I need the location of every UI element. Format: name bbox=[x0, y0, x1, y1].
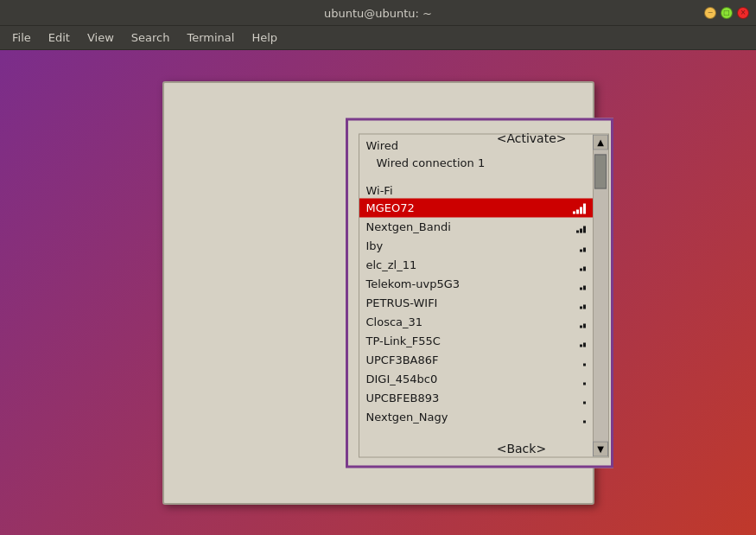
signal-strength-icon bbox=[580, 296, 586, 309]
signal-strength-icon bbox=[580, 334, 586, 347]
signal-strength-icon bbox=[583, 411, 586, 423]
title-bar: ubuntu@ubuntu: ~ − □ × bbox=[0, 0, 756, 26]
signal-strength-icon bbox=[580, 277, 586, 290]
menu-view[interactable]: View bbox=[80, 29, 121, 46]
scrollbar[interactable]: ▲ ▼ bbox=[593, 134, 608, 456]
signal-strength-icon bbox=[576, 220, 586, 232]
maximize-button[interactable]: □ bbox=[721, 7, 733, 19]
scroll-up-button[interactable]: ▲ bbox=[593, 134, 608, 150]
signal-strength-icon bbox=[583, 373, 586, 385]
side-buttons: <Activate> <Back> bbox=[497, 131, 567, 455]
back-button[interactable]: <Back> bbox=[497, 441, 567, 455]
signal-strength-icon bbox=[583, 353, 586, 366]
network-list-container: ▲ ▼ Wired Wired connection 1 Wi-Fi bbox=[359, 133, 609, 457]
scroll-thumb[interactable] bbox=[594, 154, 607, 188]
window-title: ubuntu@ubuntu: ~ bbox=[324, 0, 432, 26]
menu-bar: File Edit View Search Terminal Help bbox=[0, 26, 756, 50]
minimize-button[interactable]: − bbox=[704, 7, 716, 19]
menu-edit[interactable]: Edit bbox=[41, 29, 77, 46]
dialog-outer: ▲ ▼ Wired Wired connection 1 Wi-Fi bbox=[162, 81, 594, 505]
main-area: ▲ ▼ Wired Wired connection 1 Wi-Fi bbox=[0, 50, 756, 535]
activate-button[interactable]: <Activate> bbox=[497, 131, 567, 144]
menu-terminal[interactable]: Terminal bbox=[180, 29, 241, 46]
dialog-inner: ▲ ▼ Wired Wired connection 1 Wi-Fi bbox=[346, 118, 613, 468]
menu-help[interactable]: Help bbox=[245, 29, 284, 46]
window-controls: − □ × bbox=[704, 7, 749, 19]
scroll-down-button[interactable]: ▼ bbox=[593, 441, 608, 456]
signal-strength-icon bbox=[583, 392, 586, 404]
scroll-track bbox=[594, 150, 608, 441]
menu-file[interactable]: File bbox=[5, 29, 38, 46]
signal-strength-icon bbox=[573, 201, 586, 213]
signal-strength-icon bbox=[580, 239, 586, 252]
signal-strength-icon bbox=[580, 315, 586, 328]
signal-strength-icon bbox=[580, 258, 586, 271]
close-button[interactable]: × bbox=[737, 7, 749, 19]
menu-search[interactable]: Search bbox=[124, 29, 177, 46]
